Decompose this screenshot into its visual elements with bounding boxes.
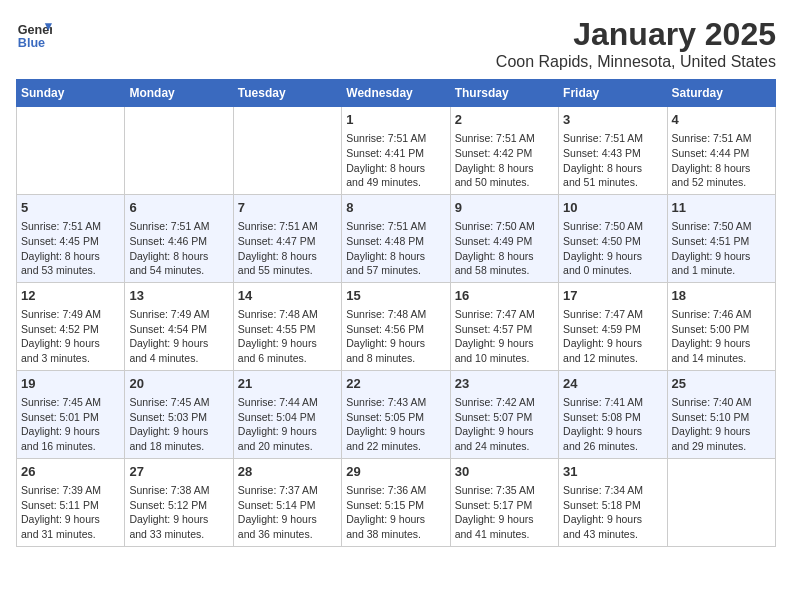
table-row: 18Sunrise: 7:46 AM Sunset: 5:00 PM Dayli… (667, 282, 775, 370)
table-row: 10Sunrise: 7:50 AM Sunset: 4:50 PM Dayli… (559, 194, 667, 282)
calendar-table: Sunday Monday Tuesday Wednesday Thursday… (16, 79, 776, 547)
calendar-subtitle: Coon Rapids, Minnesota, United States (496, 53, 776, 71)
table-row: 6Sunrise: 7:51 AM Sunset: 4:46 PM Daylig… (125, 194, 233, 282)
table-row (233, 107, 341, 195)
table-row: 15Sunrise: 7:48 AM Sunset: 4:56 PM Dayli… (342, 282, 450, 370)
day-number: 30 (455, 463, 554, 481)
table-row (125, 107, 233, 195)
table-row: 22Sunrise: 7:43 AM Sunset: 5:05 PM Dayli… (342, 370, 450, 458)
table-row: 21Sunrise: 7:44 AM Sunset: 5:04 PM Dayli… (233, 370, 341, 458)
table-row: 17Sunrise: 7:47 AM Sunset: 4:59 PM Dayli… (559, 282, 667, 370)
table-row: 16Sunrise: 7:47 AM Sunset: 4:57 PM Dayli… (450, 282, 558, 370)
day-number: 12 (21, 287, 120, 305)
day-info: Sunrise: 7:49 AM Sunset: 4:54 PM Dayligh… (129, 307, 228, 366)
day-info: Sunrise: 7:51 AM Sunset: 4:42 PM Dayligh… (455, 131, 554, 190)
table-row: 19Sunrise: 7:45 AM Sunset: 5:01 PM Dayli… (17, 370, 125, 458)
day-info: Sunrise: 7:47 AM Sunset: 4:59 PM Dayligh… (563, 307, 662, 366)
day-info: Sunrise: 7:34 AM Sunset: 5:18 PM Dayligh… (563, 483, 662, 542)
day-info: Sunrise: 7:47 AM Sunset: 4:57 PM Dayligh… (455, 307, 554, 366)
day-info: Sunrise: 7:45 AM Sunset: 5:01 PM Dayligh… (21, 395, 120, 454)
table-row: 26Sunrise: 7:39 AM Sunset: 5:11 PM Dayli… (17, 458, 125, 546)
table-row: 14Sunrise: 7:48 AM Sunset: 4:55 PM Dayli… (233, 282, 341, 370)
day-info: Sunrise: 7:50 AM Sunset: 4:49 PM Dayligh… (455, 219, 554, 278)
header-tuesday: Tuesday (233, 80, 341, 107)
table-row: 4Sunrise: 7:51 AM Sunset: 4:44 PM Daylig… (667, 107, 775, 195)
day-number: 15 (346, 287, 445, 305)
day-number: 19 (21, 375, 120, 393)
day-info: Sunrise: 7:48 AM Sunset: 4:56 PM Dayligh… (346, 307, 445, 366)
day-info: Sunrise: 7:51 AM Sunset: 4:47 PM Dayligh… (238, 219, 337, 278)
calendar-week-row: 19Sunrise: 7:45 AM Sunset: 5:01 PM Dayli… (17, 370, 776, 458)
day-info: Sunrise: 7:51 AM Sunset: 4:46 PM Dayligh… (129, 219, 228, 278)
day-info: Sunrise: 7:42 AM Sunset: 5:07 PM Dayligh… (455, 395, 554, 454)
day-number: 13 (129, 287, 228, 305)
table-row: 29Sunrise: 7:36 AM Sunset: 5:15 PM Dayli… (342, 458, 450, 546)
day-number: 25 (672, 375, 771, 393)
day-number: 7 (238, 199, 337, 217)
day-number: 8 (346, 199, 445, 217)
table-row: 9Sunrise: 7:50 AM Sunset: 4:49 PM Daylig… (450, 194, 558, 282)
day-number: 5 (21, 199, 120, 217)
calendar-title: January 2025 (496, 16, 776, 53)
header-wednesday: Wednesday (342, 80, 450, 107)
header-thursday: Thursday (450, 80, 558, 107)
day-info: Sunrise: 7:45 AM Sunset: 5:03 PM Dayligh… (129, 395, 228, 454)
day-number: 10 (563, 199, 662, 217)
day-number: 26 (21, 463, 120, 481)
table-row: 11Sunrise: 7:50 AM Sunset: 4:51 PM Dayli… (667, 194, 775, 282)
header-sunday: Sunday (17, 80, 125, 107)
calendar-header-row: Sunday Monday Tuesday Wednesday Thursday… (17, 80, 776, 107)
calendar-week-row: 12Sunrise: 7:49 AM Sunset: 4:52 PM Dayli… (17, 282, 776, 370)
day-number: 14 (238, 287, 337, 305)
table-row: 3Sunrise: 7:51 AM Sunset: 4:43 PM Daylig… (559, 107, 667, 195)
day-info: Sunrise: 7:48 AM Sunset: 4:55 PM Dayligh… (238, 307, 337, 366)
table-row: 5Sunrise: 7:51 AM Sunset: 4:45 PM Daylig… (17, 194, 125, 282)
table-row: 8Sunrise: 7:51 AM Sunset: 4:48 PM Daylig… (342, 194, 450, 282)
day-number: 18 (672, 287, 771, 305)
svg-text:Blue: Blue (18, 36, 45, 50)
table-row: 31Sunrise: 7:34 AM Sunset: 5:18 PM Dayli… (559, 458, 667, 546)
day-info: Sunrise: 7:51 AM Sunset: 4:43 PM Dayligh… (563, 131, 662, 190)
day-number: 6 (129, 199, 228, 217)
day-number: 31 (563, 463, 662, 481)
day-info: Sunrise: 7:35 AM Sunset: 5:17 PM Dayligh… (455, 483, 554, 542)
day-info: Sunrise: 7:38 AM Sunset: 5:12 PM Dayligh… (129, 483, 228, 542)
table-row: 12Sunrise: 7:49 AM Sunset: 4:52 PM Dayli… (17, 282, 125, 370)
day-number: 17 (563, 287, 662, 305)
day-info: Sunrise: 7:44 AM Sunset: 5:04 PM Dayligh… (238, 395, 337, 454)
table-row: 23Sunrise: 7:42 AM Sunset: 5:07 PM Dayli… (450, 370, 558, 458)
page-header: General Blue January 2025 Coon Rapids, M… (16, 16, 776, 71)
day-number: 4 (672, 111, 771, 129)
day-number: 20 (129, 375, 228, 393)
day-info: Sunrise: 7:51 AM Sunset: 4:48 PM Dayligh… (346, 219, 445, 278)
table-row: 27Sunrise: 7:38 AM Sunset: 5:12 PM Dayli… (125, 458, 233, 546)
table-row (667, 458, 775, 546)
day-info: Sunrise: 7:41 AM Sunset: 5:08 PM Dayligh… (563, 395, 662, 454)
header-friday: Friday (559, 80, 667, 107)
title-block: January 2025 Coon Rapids, Minnesota, Uni… (496, 16, 776, 71)
table-row: 24Sunrise: 7:41 AM Sunset: 5:08 PM Dayli… (559, 370, 667, 458)
day-number: 27 (129, 463, 228, 481)
calendar-week-row: 26Sunrise: 7:39 AM Sunset: 5:11 PM Dayli… (17, 458, 776, 546)
day-number: 1 (346, 111, 445, 129)
day-info: Sunrise: 7:40 AM Sunset: 5:10 PM Dayligh… (672, 395, 771, 454)
day-number: 2 (455, 111, 554, 129)
table-row: 2Sunrise: 7:51 AM Sunset: 4:42 PM Daylig… (450, 107, 558, 195)
logo-icon: General Blue (16, 16, 52, 52)
calendar-week-row: 1Sunrise: 7:51 AM Sunset: 4:41 PM Daylig… (17, 107, 776, 195)
day-number: 23 (455, 375, 554, 393)
table-row: 7Sunrise: 7:51 AM Sunset: 4:47 PM Daylig… (233, 194, 341, 282)
day-number: 3 (563, 111, 662, 129)
day-info: Sunrise: 7:46 AM Sunset: 5:00 PM Dayligh… (672, 307, 771, 366)
table-row: 1Sunrise: 7:51 AM Sunset: 4:41 PM Daylig… (342, 107, 450, 195)
day-info: Sunrise: 7:50 AM Sunset: 4:51 PM Dayligh… (672, 219, 771, 278)
day-number: 22 (346, 375, 445, 393)
day-number: 16 (455, 287, 554, 305)
day-info: Sunrise: 7:49 AM Sunset: 4:52 PM Dayligh… (21, 307, 120, 366)
day-info: Sunrise: 7:39 AM Sunset: 5:11 PM Dayligh… (21, 483, 120, 542)
table-row: 28Sunrise: 7:37 AM Sunset: 5:14 PM Dayli… (233, 458, 341, 546)
day-info: Sunrise: 7:43 AM Sunset: 5:05 PM Dayligh… (346, 395, 445, 454)
day-number: 24 (563, 375, 662, 393)
calendar-week-row: 5Sunrise: 7:51 AM Sunset: 4:45 PM Daylig… (17, 194, 776, 282)
day-info: Sunrise: 7:51 AM Sunset: 4:44 PM Dayligh… (672, 131, 771, 190)
